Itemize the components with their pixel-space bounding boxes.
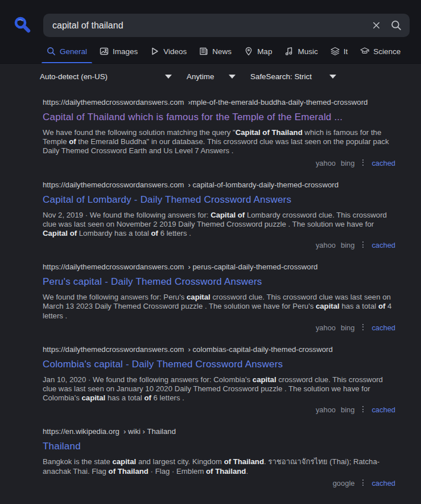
snippet-text: has a total [105,394,144,402]
result-url-path: › perus-capital-daily-themed-crossword [188,263,317,271]
tab-map[interactable]: Map [239,46,277,63]
vertical-dots-icon[interactable] [362,406,364,413]
result-url[interactable]: https://dailythemedcrosswordanswers.com … [43,181,395,189]
engine-label: bing [341,241,354,249]
results-list: https://dailythemedcrosswordanswers.com … [0,81,421,487]
snippet-text: Nov 2, 2019 · We found the following ans… [43,211,210,219]
tab-science[interactable]: Science [355,46,406,63]
vertical-dots-icon[interactable] [362,241,364,249]
chevron-down-icon [329,75,336,79]
language-select[interactable]: Auto-detect (en-US) [40,72,172,81]
vertical-dots-icon[interactable] [362,480,364,487]
result-meta: yahoobing cached [43,323,395,332]
snippet-highlight: Capital of [43,229,77,237]
snippet-text: We have found the following solution mat… [43,128,236,137]
engine-label: bing [341,323,354,332]
snippet-text: We found the following answers for: Peru… [43,293,187,301]
search-result: https://dailythemedcrosswordanswers.com … [43,345,395,415]
result-title[interactable]: Colombia's capital - Daily Themed Crossw… [43,359,395,370]
search-result: https://dailythemedcrosswordanswers.com … [43,98,395,167]
tab-images[interactable]: Images [94,46,143,63]
newspaper-icon [199,47,208,56]
chevron-down-icon [229,75,236,79]
language-value: Auto-detect (en-US) [40,72,108,81]
tab-label: General [60,47,87,56]
vertical-dots-icon[interactable] [362,324,364,331]
snippet-text: . [246,467,248,476]
time-range-value: Anytime [187,72,214,81]
search-input[interactable] [52,21,362,31]
snippet-highlight: capital [253,375,276,384]
snippet-highlight: Capital of [210,211,245,219]
result-title[interactable]: Peru's capital - Daily Themed Crossword … [43,276,395,288]
search-box [43,14,410,37]
result-snippet: Bangkok is the state capital and largest… [43,457,395,476]
engine-label: google [333,479,355,487]
search-result: https://dailythemedcrosswordanswers.com … [43,181,395,250]
tab-videos[interactable]: Videos [145,46,192,63]
cached-link[interactable]: cached [372,323,395,332]
result-url-base: https://dailythemedcrosswordanswers.com [43,345,184,354]
play-icon [150,47,159,56]
result-title[interactable]: Capital of Lombardy - Daily Themed Cross… [43,194,395,206]
snippet-text: Bangkok is the state [43,457,112,466]
result-url-path: › colombias-capital-daily-themed-crosswo… [188,345,332,354]
snippet-highlight: of Thailand [224,457,264,466]
clear-icon[interactable] [372,21,381,30]
result-snippet: Nov 2, 2019 · We found the following ans… [43,211,395,239]
snippet-highlight: capital [81,394,105,402]
search-results-page: General Images Videos [0,0,421,504]
result-engines: yahoobing [316,405,355,414]
tab-news[interactable]: News [194,46,237,63]
result-url[interactable]: https://dailythemedcrosswordanswers.com … [43,263,395,271]
filters-bar: Auto-detect (en-US) Anytime SafeSearch: … [0,64,421,81]
result-url[interactable]: https://dailythemedcrosswordanswers.com … [43,345,395,354]
snippet-highlight: capital [112,457,136,466]
snippet-text: and largest city. Kingdom [136,457,224,466]
tab-files[interactable]: Files [408,46,410,63]
time-range-select[interactable]: Anytime [187,72,236,81]
snippet-highlight: of Thailand [206,467,246,476]
tab-label: Map [257,47,272,56]
cached-link[interactable]: cached [372,405,395,414]
search-submit-icon[interactable] [391,20,402,31]
result-meta: yahoobing cached [43,159,395,167]
engine-label: bing [341,405,354,414]
engine-label: yahoo [316,323,336,332]
search-result: https://dailythemedcrosswordanswers.com … [43,263,395,332]
tab-music[interactable]: Music [279,46,323,63]
vertical-dots-icon[interactable] [362,159,364,167]
result-url-base: https://dailythemedcrosswordanswers.com [43,263,184,271]
snippet-text: Jan 10, 2020 · We found the following an… [43,375,253,384]
result-url-base: https://dailythemedcrosswordanswers.com [43,98,184,106]
result-meta: google cached [43,479,395,487]
result-url[interactable]: https://dailythemedcrosswordanswers.com … [43,98,395,106]
cached-link[interactable]: cached [372,479,395,487]
tab-it[interactable]: It [325,46,353,63]
snippet-highlight: of [378,302,385,310]
snippet-text: 6 letters . [158,229,191,237]
safesearch-select[interactable]: SafeSearch: Strict [250,72,336,81]
snippet-highlight: of [144,394,151,402]
search-logo-icon[interactable] [13,15,33,36]
result-title[interactable]: Capital of Thailand which is famous for … [43,112,395,123]
tab-label: Videos [163,47,187,56]
result-title[interactable]: Thailand [43,441,395,452]
cached-link[interactable]: cached [372,159,395,167]
snippet-text: 6 letters . [151,394,184,402]
result-url-path: ›mple-of-the-emerald-buddha-daily-themed… [188,98,368,106]
result-url-path: › capital-of-lombardy-daily-themed-cross… [188,181,339,189]
engine-label: bing [341,159,354,167]
result-meta: yahoobing cached [43,241,395,249]
tab-label: Images [113,47,138,56]
search-icon [47,47,56,56]
result-url[interactable]: https://en.wikipedia.org › wiki › Thaila… [43,427,395,436]
result-meta: yahoobing cached [43,405,395,414]
engine-label: yahoo [316,405,336,414]
snippet-highlight: of [69,137,76,146]
cached-link[interactable]: cached [372,241,395,249]
tab-general[interactable]: General [42,46,92,63]
engine-label: yahoo [316,159,336,167]
tab-label: Science [373,47,401,56]
result-url-base: https://en.wikipedia.org [43,427,119,436]
